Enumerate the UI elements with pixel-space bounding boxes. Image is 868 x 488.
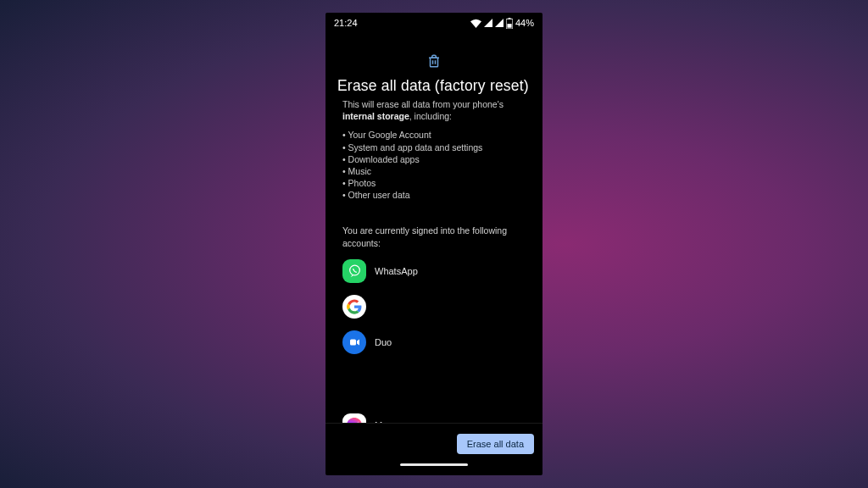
signal-icon [484, 19, 492, 27]
status-right: 44% [470, 18, 534, 29]
account-row-duo[interactable]: Duo [342, 330, 531, 354]
bullet-item: Your Google Account [342, 129, 531, 141]
bullet-item: Downloaded apps [342, 153, 531, 165]
page-title: Erase all data (factory reset) [337, 77, 531, 95]
battery-pct: 44% [515, 18, 534, 28]
signal-icon-2 [495, 19, 504, 27]
whatsapp-icon [342, 259, 366, 283]
content-area[interactable]: Erase all data (factory reset) This will… [326, 33, 542, 423]
bullet-list: Your Google AccountSystem and app data a… [337, 129, 531, 201]
duo-icon [342, 330, 366, 354]
bullet-item: Photos [342, 177, 531, 189]
svg-rect-1 [509, 18, 511, 19]
nav-handle[interactable] [400, 463, 468, 466]
account-row-google[interactable] [342, 295, 531, 319]
bullet-item: Other user data [342, 189, 531, 201]
erase-all-data-button[interactable]: Erase all data [457, 434, 534, 454]
account-row-messenger[interactable]: Messenger [342, 413, 531, 423]
google-icon [342, 295, 366, 319]
bullet-item: System and app data and settings [342, 141, 531, 153]
intro-text: This will erase all data from your phone… [337, 98, 531, 122]
trash-icon [426, 53, 442, 69]
account-label: Duo [375, 337, 392, 347]
status-time: 21:24 [334, 18, 358, 28]
svg-rect-3 [431, 58, 438, 67]
svg-point-4 [349, 265, 359, 275]
account-label: WhatsApp [375, 266, 418, 276]
svg-rect-2 [507, 24, 511, 28]
bullet-item: Music [342, 165, 531, 177]
messenger-icon [342, 413, 366, 423]
nav-bar [326, 463, 542, 475]
footer-bar: Erase all data [326, 423, 542, 463]
battery-icon [506, 18, 513, 29]
status-bar: 21:24 44% [326, 13, 542, 33]
phone-frame: 21:24 44% Erase all data (factory reset)… [326, 13, 542, 475]
account-row-whatsapp[interactable]: WhatsApp [342, 259, 531, 283]
svg-rect-5 [350, 339, 356, 345]
account-list: WhatsApp Duo Messenger [337, 259, 531, 423]
wifi-icon [470, 19, 481, 28]
accounts-heading: You are currently signed into the follow… [337, 225, 531, 248]
